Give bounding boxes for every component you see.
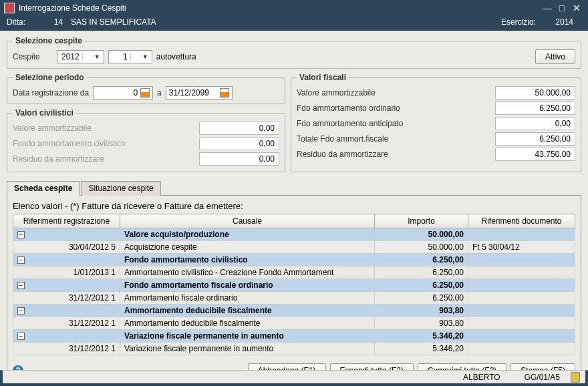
fis-label: Fdo ammortamento anticipato <box>297 119 495 128</box>
tab-body: Elenco valori - (*) Fatture da ricevere … <box>7 196 581 370</box>
info-bar: Ditta: 14 SAS IN SEMPLIFICATA Esercizio:… <box>0 16 588 31</box>
tabs: Scheda cespite Situazione cespite <box>7 180 581 196</box>
a-label: a <box>157 88 162 98</box>
fis-label: Residuo da ammortizzare <box>297 150 495 159</box>
status-user: ALBERTO <box>463 373 500 382</box>
col-riferimenti-reg[interactable]: Riferimenti registrazione <box>13 214 120 228</box>
status-bar: ALBERTO GG/01/A5 <box>0 370 588 386</box>
app-icon <box>4 3 15 13</box>
col-causale[interactable]: Causale <box>120 214 375 228</box>
cespite-year-combo[interactable]: 2012▼ <box>57 50 104 63</box>
table-row[interactable]: 1/01/2013 1Ammortamento civilistico - Cr… <box>13 266 575 279</box>
tab-scheda-cespite[interactable]: Scheda cespite <box>7 181 80 196</box>
list-title: Elenco valori - (*) Fatture da ricevere … <box>13 201 575 211</box>
civ-value: 0,00 <box>199 122 279 135</box>
cespite-num-combo[interactable]: 1▼ <box>108 50 152 63</box>
civ-label: Fondo ammortamento civilistico <box>13 139 199 148</box>
help-icon[interactable]: ? <box>13 365 23 370</box>
tab-situazione-cespite[interactable]: Situazione cespite <box>81 181 160 196</box>
calendar-icon <box>220 88 229 98</box>
table-row[interactable]: 30/04/2012 5Acquisizione cespite50.000,0… <box>13 241 575 254</box>
civ-label: Valore ammortizzabile <box>13 124 199 133</box>
fis-label: Valore ammortizzabile <box>297 88 495 98</box>
data-reg-label: Data registrazione da <box>13 88 89 98</box>
table-row[interactable]: 31/12/2012 1Variazione fiscale permanent… <box>13 343 575 355</box>
fis-value: 43.750,00 <box>495 148 575 161</box>
fis-value: 6.250,00 <box>495 132 575 146</box>
date-from-input[interactable]: 0 <box>93 86 153 100</box>
main-panel: Selezione cespite Cespite 2012▼ 1▼ autov… <box>0 31 588 370</box>
calendar-icon <box>140 88 150 98</box>
esercizio-label: Esercizio: <box>501 17 536 27</box>
comprimi-tutto-button[interactable]: Comprimi tutto (F3) <box>418 363 506 370</box>
fis-label: Fdo ammortamento ordinario <box>297 104 495 113</box>
fis-label: Totale Fdo ammort.fiscale <box>297 134 495 144</box>
status-page: GG/01/A5 <box>525 373 560 382</box>
esercizio-val: 2014 <box>540 17 573 27</box>
valori-civilistici-legend: Valori civilistici <box>13 108 76 118</box>
data-table: Riferimenti registrazione Causale Import… <box>13 214 575 355</box>
ditta-name: SAS IN SEMPLIFICATA <box>71 17 156 27</box>
civ-label: Residuo da ammortizzare <box>13 154 199 164</box>
chevron-down-icon: ▼ <box>82 53 102 60</box>
valori-fiscali-legend: Valori fiscali <box>297 73 349 82</box>
abbandona-button[interactable]: Abbandona (F1) <box>248 363 326 370</box>
status-button[interactable]: Attivo <box>535 49 575 64</box>
fis-value: 6.250,00 <box>495 102 575 115</box>
table-row[interactable]: 31/12/2012 1Ammortamento deducibile fisc… <box>13 317 575 330</box>
title-bar: Interrogazione Schede Cespiti — □ ✕ <box>0 0 588 16</box>
collapse-icon[interactable]: − <box>17 333 25 340</box>
collapse-icon[interactable]: − <box>17 307 25 315</box>
collapse-icon[interactable]: − <box>17 231 25 238</box>
cespite-label: Cespite <box>13 52 53 61</box>
valori-civilistici-group: Valori civilistici Valore ammortizzabile… <box>7 108 285 172</box>
window-title: Interrogazione Schede Cespiti <box>19 3 540 13</box>
stampa-button[interactable]: Stampa (F5) <box>510 363 575 370</box>
fis-value: 50.000,00 <box>495 86 575 100</box>
table-group-row[interactable]: −Variazione fiscale permanente in aument… <box>13 330 575 343</box>
col-riferimenti-doc[interactable]: Riferimenti documento <box>468 214 575 228</box>
civ-value: 0,00 <box>199 137 279 150</box>
collapse-icon[interactable]: − <box>17 282 25 289</box>
ditta-num: 14 <box>29 17 63 27</box>
table-row[interactable]: 31/12/2012 1Ammortamento fiscale ordinar… <box>13 292 575 305</box>
fis-value: 0,00 <box>495 117 575 130</box>
minimize-button[interactable]: — <box>540 3 555 13</box>
cespite-desc: autovettura <box>156 52 196 61</box>
maximize-button[interactable]: □ <box>555 3 569 13</box>
civ-value: 0,00 <box>199 152 279 166</box>
trash-icon[interactable] <box>571 372 580 383</box>
table-group-row[interactable]: −Fondo ammortamento fiscale ordinario6.2… <box>13 279 575 292</box>
selezione-periodo-legend: Selezione periodo <box>13 73 87 82</box>
close-button[interactable]: ✕ <box>569 3 584 13</box>
selezione-cespite-legend: Selezione cespite <box>13 36 85 45</box>
table-group-row[interactable]: −Fondo ammortamento civilistico6.250,00 <box>13 254 575 266</box>
ditta-label: Ditta: <box>7 17 25 27</box>
table-group-row[interactable]: −Valore acquisto/produzione50.000,00 <box>13 228 575 241</box>
valori-fiscali-group: Valori fiscali Valore ammortizzabile50.0… <box>291 73 581 172</box>
espandi-tutto-button[interactable]: Espandi tutto (F2) <box>330 363 414 370</box>
selezione-periodo-group: Selezione periodo Data registrazione da … <box>7 73 285 104</box>
selezione-cespite-group: Selezione cespite Cespite 2012▼ 1▼ autov… <box>7 36 581 69</box>
date-to-input[interactable]: 31/12/2099 <box>166 86 233 100</box>
chevron-down-icon: ▼ <box>130 53 150 60</box>
table-group-row[interactable]: −Ammortamento deducibile fiscalmente903,… <box>13 305 575 317</box>
collapse-icon[interactable]: − <box>17 256 25 264</box>
col-importo[interactable]: Importo <box>375 214 468 228</box>
